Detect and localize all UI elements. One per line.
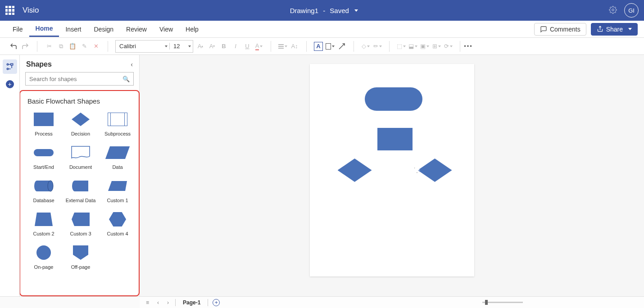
page-tab-bar: ≡ ‹ › Page-1 + (140, 296, 644, 308)
canvas-shape-decision-1[interactable] (338, 159, 372, 182)
tab-design[interactable]: Design (87, 22, 120, 36)
paste-icon[interactable]: 📋 (68, 42, 77, 51)
shape-custom2[interactable]: Custom 2 (27, 211, 61, 236)
zoom-slider[interactable] (482, 302, 523, 303)
drawing-page[interactable] (310, 64, 474, 276)
chevron-down-icon (628, 28, 632, 30)
svg-point-3 (7, 68, 8, 69)
redo-icon (21, 42, 30, 51)
font-size: 12 (169, 43, 186, 50)
italic-icon: I (231, 42, 240, 51)
shrink-font-icon: A▾ (208, 42, 217, 51)
share-label: Share (606, 26, 623, 33)
shape-offpage[interactable]: Off-page (63, 245, 98, 270)
collapse-panel-icon[interactable]: ‹ (131, 61, 133, 68)
cut-icon: ✂ (45, 42, 54, 51)
tab-view[interactable]: View (153, 22, 179, 36)
shapes-panel-title: Shapes (26, 60, 52, 68)
stencil-rail-button[interactable] (3, 59, 17, 74)
canvas-area[interactable] (140, 55, 644, 296)
shapes-panel: Shapes ‹ 🔍 Basic Flowchart Shapes Proces… (20, 55, 140, 296)
app-launcher-icon[interactable] (5, 6, 14, 15)
title-bar: Visio Drawing1 - Saved GI (0, 0, 644, 21)
tab-home[interactable]: Home (29, 21, 59, 37)
menu-bar: File Home Insert Design Review View Help… (0, 21, 644, 38)
bold-icon: B (219, 42, 228, 51)
text-tool-icon[interactable]: A (314, 42, 323, 51)
align-icon (278, 42, 287, 51)
pages-menu-icon[interactable]: ≡ (144, 299, 151, 306)
fill-color-icon: ◇ (361, 42, 370, 51)
shape-search-box[interactable]: 🔍 (25, 72, 134, 86)
app-name: Visio (23, 6, 39, 15)
shape-process[interactable]: Process (27, 111, 61, 136)
shape-subprocess[interactable]: Subprocess (100, 111, 135, 136)
page-tab-1[interactable]: Page-1 (180, 299, 203, 306)
canvas-shape-startend[interactable] (365, 87, 422, 111)
format-painter-icon: ✎ (80, 42, 89, 51)
next-page-icon[interactable]: › (165, 299, 171, 306)
font-color-icon: A (254, 42, 263, 51)
prev-page-icon[interactable]: ‹ (155, 299, 161, 306)
svg-point-5 (48, 181, 53, 191)
group-icon: ⊞ (432, 42, 441, 51)
canvas-shape-decision-2[interactable] (418, 159, 452, 182)
svg-rect-4 (10, 63, 13, 65)
search-icon[interactable]: 🔍 (122, 76, 130, 82)
bring-front-icon: ▣ (420, 42, 429, 51)
shape-rect-icon[interactable] (326, 42, 335, 51)
svg-point-2 (7, 63, 8, 65)
shape-external-data[interactable]: External Data (63, 178, 98, 203)
add-stencil-button[interactable]: + (6, 80, 14, 88)
stencil-basic-flowchart: Basic Flowchart Shapes Process Decision … (19, 90, 140, 296)
cursor-icon (414, 168, 421, 173)
undo-icon[interactable] (9, 42, 18, 51)
ribbon: ✂ ⧉ 📋 ✎ ✕ Calibri 12 A▴ A▾ B I U A A↕ A … (0, 38, 644, 55)
settings-icon[interactable] (609, 6, 617, 15)
tab-insert[interactable]: Insert (59, 22, 87, 36)
shape-start-end[interactable]: Start/End (27, 145, 61, 170)
shape-decision[interactable]: Decision (63, 111, 98, 136)
comments-label: Comments (550, 26, 581, 33)
comments-button[interactable]: Comments (534, 23, 586, 36)
tab-review[interactable]: Review (120, 22, 153, 36)
copy-icon: ⧉ (56, 42, 65, 51)
font-selector[interactable]: Calibri 12 (115, 40, 193, 53)
shape-custom1[interactable]: Custom 1 (100, 178, 135, 203)
side-rail: + (0, 55, 20, 296)
stencil-title: Basic Flowchart Shapes (27, 97, 135, 105)
document-title[interactable]: Drawing1 - Saved (39, 7, 609, 14)
delete-icon: ✕ (91, 42, 100, 51)
font-name: Calibri (116, 43, 163, 50)
tab-help[interactable]: Help (179, 22, 205, 36)
shape-document[interactable]: Document (63, 145, 98, 170)
svg-point-0 (612, 9, 614, 11)
position-icon: ⬓ (408, 42, 417, 51)
add-page-button[interactable]: + (213, 299, 220, 306)
shape-custom4[interactable]: Custom 4 (100, 211, 135, 236)
text-direction-icon: A↕ (290, 42, 299, 51)
title-separator: - (321, 7, 327, 14)
tab-file[interactable]: File (6, 22, 29, 36)
user-avatar[interactable]: GI (624, 3, 639, 18)
canvas-shape-process[interactable] (377, 128, 413, 150)
align-objects-icon: ⬚ (397, 42, 406, 51)
rotate-icon: ⟳ (444, 42, 453, 51)
underline-icon: U (243, 42, 252, 51)
shape-data[interactable]: Data (100, 145, 135, 170)
doc-name: Drawing1 (290, 7, 318, 14)
more-icon[interactable]: ••• (464, 42, 473, 51)
save-status: Saved (330, 7, 349, 14)
shape-onpage[interactable]: On-page (27, 245, 61, 270)
shape-database[interactable]: Database (27, 178, 61, 203)
shape-search-input[interactable] (29, 76, 122, 82)
connector-icon[interactable] (337, 42, 346, 51)
shape-custom3[interactable]: Custom 3 (63, 211, 98, 236)
share-button[interactable]: Share (591, 23, 638, 36)
line-color-icon: ✏ (373, 42, 382, 51)
chevron-down-icon (354, 9, 358, 12)
grow-font-icon: A▴ (196, 42, 205, 51)
main-area: + Shapes ‹ 🔍 Basic Flowchart Shapes Proc… (0, 55, 644, 296)
